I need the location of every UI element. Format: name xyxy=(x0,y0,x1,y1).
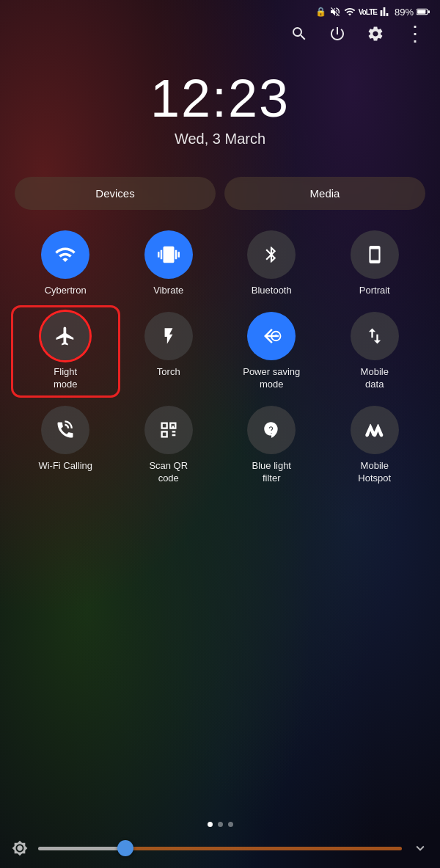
tile-bluelight[interactable]: Blue lightfilter xyxy=(224,406,320,485)
panel-buttons: Devices Media xyxy=(15,177,425,210)
tile-powersaving[interactable]: Power savingmode xyxy=(224,312,320,391)
page-indicator xyxy=(0,822,440,827)
tile-torch[interactable]: Torch xyxy=(121,312,217,391)
clock-area: 12:23 Wed, 3 March xyxy=(0,50,440,177)
tile-mobilehotspot[interactable]: MobileHotspot xyxy=(327,406,423,485)
tile-portrait[interactable]: Portrait xyxy=(327,230,423,297)
brightness-row xyxy=(0,840,440,868)
volte-icon: VoLTE xyxy=(359,8,377,16)
page-dot-1 xyxy=(208,822,213,827)
more-options-button[interactable]: ⋮ xyxy=(405,23,425,44)
portrait-icon-circle xyxy=(351,230,399,279)
wifi-label: Cybertron xyxy=(45,285,87,297)
tile-wificalling[interactable]: Wi-Fi Calling xyxy=(18,406,114,485)
wifi-icon-circle xyxy=(41,230,89,279)
page-dot-2 xyxy=(218,822,223,827)
signal-icon xyxy=(380,6,392,18)
powersaving-icon-circle xyxy=(247,312,296,360)
torch-label: Torch xyxy=(157,366,180,379)
scanqr-label: Scan QRcode xyxy=(149,460,188,485)
mute-icon xyxy=(329,6,341,18)
status-icons: 🔒 VoLTE 89% xyxy=(315,6,430,18)
portrait-label: Portrait xyxy=(359,285,390,297)
wifi-status-icon xyxy=(344,6,356,18)
tile-flightmode[interactable]: Flightmode xyxy=(13,307,118,395)
lock-icon: 🔒 xyxy=(315,7,326,17)
wificalling-label: Wi-Fi Calling xyxy=(38,460,92,473)
top-actions: ⋮ xyxy=(0,21,440,50)
flightmode-label: Flightmode xyxy=(54,366,78,391)
search-button[interactable] xyxy=(290,25,308,43)
svg-rect-1 xyxy=(417,10,425,13)
mobiledata-icon-circle xyxy=(351,312,399,360)
bluelight-label: Blue lightfilter xyxy=(252,460,291,485)
tile-mobiledata[interactable]: Mobiledata xyxy=(327,312,423,391)
page-dot-3 xyxy=(228,822,233,827)
tile-bluetooth[interactable]: Bluetooth xyxy=(224,230,320,297)
bluetooth-icon-circle xyxy=(247,230,296,279)
tile-scanqr[interactable]: Scan QRcode xyxy=(121,406,217,485)
media-button[interactable]: Media xyxy=(224,177,425,210)
scanqr-icon-circle xyxy=(144,406,193,454)
battery-percentage: 89% xyxy=(395,7,414,18)
brightness-slider[interactable] xyxy=(38,847,402,850)
quick-panel: Devices Media Cybertron xyxy=(0,177,440,804)
status-bar: 🔒 VoLTE 89% xyxy=(0,0,440,21)
vibrate-icon-circle xyxy=(144,230,193,279)
brightness-low-icon xyxy=(12,840,28,856)
svg-rect-2 xyxy=(428,10,430,13)
bluetooth-label: Bluetooth xyxy=(252,285,292,297)
power-button[interactable] xyxy=(329,25,346,43)
tile-wifi[interactable]: Cybertron xyxy=(18,230,114,297)
devices-button[interactable]: Devices xyxy=(15,177,216,210)
tiles-grid: Cybertron Vibrate Bluetooth xyxy=(15,230,425,484)
clock-time: 12:23 xyxy=(150,72,290,125)
flightmode-icon-circle xyxy=(41,312,89,360)
battery-icon xyxy=(417,7,430,16)
brightness-thumb[interactable] xyxy=(117,840,133,856)
wificalling-icon-circle xyxy=(41,406,89,454)
powersaving-label: Power savingmode xyxy=(243,366,300,391)
settings-button[interactable] xyxy=(367,25,384,43)
clock-date: Wed, 3 March xyxy=(175,131,265,147)
torch-icon-circle xyxy=(144,312,193,360)
mobilehotspot-icon-circle xyxy=(351,406,399,454)
tile-vibrate[interactable]: Vibrate xyxy=(121,230,217,297)
vibrate-label: Vibrate xyxy=(153,285,183,297)
bluelight-icon-circle xyxy=(247,406,296,454)
mobiledata-label: Mobiledata xyxy=(361,366,389,391)
mobilehotspot-label: MobileHotspot xyxy=(358,460,391,485)
brightness-expand-icon[interactable] xyxy=(412,840,428,856)
